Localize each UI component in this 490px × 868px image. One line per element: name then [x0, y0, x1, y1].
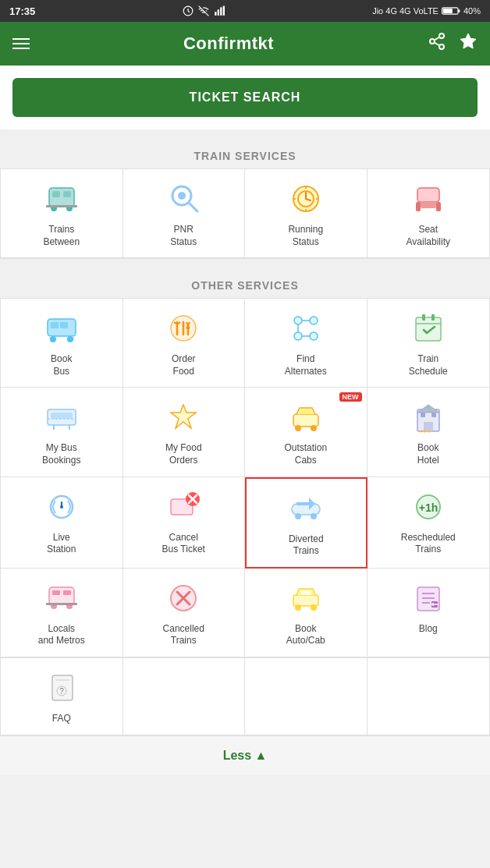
app-header: Confirmtkt — [0, 22, 490, 66]
svg-point-51 — [294, 317, 302, 324]
svg-rect-91 — [49, 587, 74, 604]
service-diverted-trains[interactable]: DivertedTrains — [245, 477, 368, 569]
svg-rect-17 — [52, 191, 60, 197]
cancelled-trains-icon — [163, 578, 204, 618]
service-book-hotel[interactable]: ★★★ BookHotel — [368, 388, 490, 477]
svg-rect-3 — [215, 12, 216, 16]
seat-availability-label: SeatAvailability — [407, 224, 450, 248]
service-rescheduled-trains[interactable]: +1h RescheduledTrains — [368, 477, 490, 569]
less-button[interactable]: Less ▲ — [0, 736, 490, 775]
my-bus-bookings-icon — [41, 397, 82, 438]
svg-rect-36 — [436, 202, 441, 211]
svg-rect-96 — [46, 603, 77, 605]
svg-point-11 — [430, 39, 435, 44]
find-alternates-label: FindAlternates — [285, 353, 327, 377]
ticket-search-button[interactable]: TICKET SEARCH — [12, 78, 478, 117]
share-icon[interactable] — [428, 32, 446, 55]
seat-availability-icon — [408, 179, 449, 219]
svg-point-12 — [439, 44, 444, 49]
service-outstation-cabs[interactable]: NEW OutstationCabs — [245, 388, 368, 477]
service-faq[interactable]: ? FAQ — [1, 658, 123, 735]
svg-point-23 — [178, 192, 186, 200]
network-info: Jio 4G 4G VoLTE 40% — [372, 5, 481, 16]
service-seat-availability[interactable]: SeatAvailability — [368, 169, 490, 258]
other-services-section: OTHER SERVICES BookBus — [0, 267, 490, 735]
svg-rect-16 — [49, 188, 74, 207]
service-cancel-bus-ticket[interactable]: CancelBus Ticket — [123, 477, 246, 569]
running-status-label: RunningStatus — [288, 224, 323, 248]
book-hotel-label: BookHotel — [417, 442, 439, 466]
order-food-label: OrderFood — [172, 353, 196, 377]
service-cancelled-trains[interactable]: CancelledTrains — [123, 569, 246, 657]
svg-rect-35 — [416, 202, 421, 211]
service-book-bus[interactable]: BookBus — [1, 299, 123, 388]
cancel-bus-ticket-icon — [163, 487, 204, 527]
service-running-status[interactable]: RunningStatus — [245, 169, 368, 258]
service-locals-metros[interactable]: Localsand Metros — [1, 569, 123, 657]
pnr-status-label: PNRStatus — [170, 224, 197, 248]
svg-marker-15 — [460, 34, 476, 48]
service-pnr-status[interactable]: PNRStatus — [123, 169, 246, 258]
svg-text:★★★: ★★★ — [419, 429, 431, 434]
svg-point-88 — [311, 513, 317, 519]
header-actions — [428, 32, 478, 55]
book-bus-label: BookBus — [51, 353, 72, 377]
svg-rect-100 — [293, 595, 318, 606]
svg-rect-18 — [63, 191, 71, 197]
menu-button[interactable] — [12, 38, 30, 49]
service-blog[interactable]: Blog — [368, 569, 490, 657]
svg-rect-39 — [60, 322, 68, 328]
svg-rect-4 — [218, 9, 219, 16]
svg-rect-61 — [431, 314, 435, 321]
locals-metros-icon — [41, 578, 82, 618]
book-bus-icon — [41, 308, 82, 349]
cancelled-trains-label: CancelledTrains — [163, 623, 204, 647]
cancel-bus-ticket-label: CancelBus Ticket — [162, 532, 205, 556]
svg-point-102 — [311, 604, 317, 611]
svg-line-14 — [435, 37, 440, 41]
pnr-status-icon — [163, 179, 204, 219]
outstation-cabs-label: OutstationCabs — [284, 442, 327, 466]
svg-point-43 — [67, 336, 73, 342]
diverted-trains-icon — [286, 488, 326, 529]
service-live-station[interactable]: LiveStation — [1, 477, 123, 569]
status-bar: 17:35 Jio 4G 4G VoLTE 40% — [0, 0, 490, 22]
svg-point-101 — [295, 604, 301, 611]
train-schedule-icon — [408, 308, 449, 349]
blog-label: Blog — [419, 623, 438, 636]
live-station-label: LiveStation — [47, 532, 76, 556]
service-book-auto-cab[interactable]: BookAuto/Cab — [245, 569, 368, 657]
svg-rect-33 — [417, 188, 439, 202]
empty-cell-1 — [123, 658, 246, 735]
service-order-food[interactable]: OrderFood — [123, 299, 246, 388]
empty-cell-3 — [368, 658, 490, 735]
faq-icon: ? — [41, 668, 82, 708]
train-services-header: TRAIN SERVICES — [0, 137, 490, 168]
service-my-bus-bookings[interactable]: My BusBookings — [1, 388, 123, 477]
service-trains-between[interactable]: TrainsBetween — [1, 169, 123, 258]
svg-rect-74 — [421, 413, 425, 417]
outstation-cabs-icon — [286, 397, 326, 438]
empty-cell-2 — [245, 658, 368, 735]
faq-label: FAQ — [52, 713, 71, 725]
svg-rect-93 — [63, 590, 71, 595]
live-station-icon — [41, 487, 82, 527]
star-icon[interactable] — [459, 32, 478, 55]
svg-rect-6 — [223, 6, 225, 16]
my-food-orders-label: My FoodOrders — [165, 442, 202, 466]
service-my-food-orders[interactable]: My FoodOrders — [123, 388, 246, 477]
faq-row: ? FAQ — [0, 658, 490, 736]
svg-point-10 — [439, 34, 444, 38]
svg-point-54 — [310, 332, 318, 340]
rescheduled-trains-icon: +1h — [408, 487, 449, 527]
order-food-icon — [163, 308, 204, 349]
svg-point-42 — [50, 336, 56, 342]
book-auto-cab-label: BookAuto/Cab — [286, 623, 325, 647]
diverted-trains-label: DivertedTrains — [289, 533, 324, 558]
svg-rect-68 — [293, 414, 318, 427]
service-train-schedule[interactable]: TrainSchedule — [368, 299, 490, 388]
service-find-alternates[interactable]: FindAlternates — [245, 299, 368, 388]
svg-point-53 — [294, 332, 302, 340]
svg-rect-60 — [422, 314, 425, 321]
new-badge: NEW — [339, 392, 362, 402]
